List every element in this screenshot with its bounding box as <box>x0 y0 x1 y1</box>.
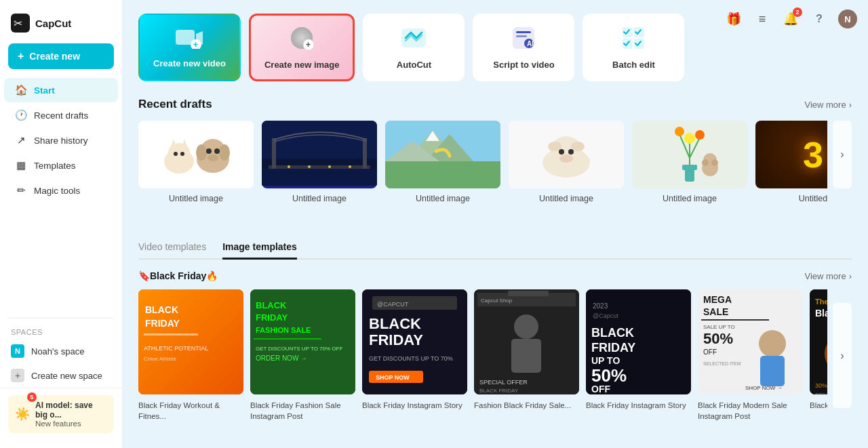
script-to-video-card[interactable]: AI Script to video <box>473 14 574 81</box>
svg-text:UP TO: UP TO <box>591 355 620 366</box>
svg-text:OFF: OFF <box>703 348 717 356</box>
svg-point-117 <box>759 330 786 357</box>
create-video-card[interactable]: + Create new video <box>138 14 241 81</box>
create-video-icon: + <box>176 27 203 52</box>
templates-next-button[interactable]: › <box>833 303 852 408</box>
sidebar-item-share-history[interactable]: ↗ Share history <box>4 128 118 152</box>
svg-point-29 <box>196 144 207 161</box>
create-image-card[interactable]: + Create new image <box>249 14 355 81</box>
svg-text:SELECTED ITEM: SELECTED ITEM <box>703 361 741 366</box>
drafts-next-button[interactable]: › <box>833 121 852 188</box>
templates-grid: BLACK FRIDAY ATHLETIC POTENTIAL Chloe At… <box>138 289 827 422</box>
svg-text:@CAPCUT: @CAPCUT <box>377 301 409 308</box>
template-thumb-2: BLACK FRIDAY FASHION SALE GET DISCOUNTS … <box>250 289 355 394</box>
svg-rect-37 <box>272 138 276 169</box>
draft-item-2[interactable]: Untitled image <box>262 121 377 203</box>
spaces-label: Spaces <box>0 324 122 339</box>
templates-icon: ▦ <box>15 159 27 171</box>
batch-icon <box>621 26 646 53</box>
draft-item-5[interactable]: Untitled image <box>632 121 747 203</box>
draft-thumb-2 <box>262 121 377 188</box>
svg-point-39 <box>288 165 290 168</box>
tab-video-templates[interactable]: Video templates <box>138 241 206 260</box>
template-item-1[interactable]: BLACK FRIDAY ATHLETIC POTENTIAL Chloe At… <box>138 289 243 422</box>
template-tag: 🔖Black Friday🔥 <box>138 270 218 281</box>
create-new-button[interactable]: + Create new <box>8 43 114 69</box>
template-thumb-1: BLACK FRIDAY ATHLETIC POTENTIAL Chloe At… <box>138 289 243 394</box>
template-thumb-5: 2023 @Capcut BLACK FRIDAY UP TO 50% OFF <box>586 289 691 394</box>
menu-icon[interactable]: ≡ <box>753 9 772 28</box>
svg-point-40 <box>308 165 311 168</box>
svg-text:ATHLETIC POTENTIAL: ATHLETIC POTENTIAL <box>144 345 208 352</box>
svg-text:MEGA: MEGA <box>703 294 732 305</box>
svg-text:AI: AI <box>527 40 534 47</box>
svg-point-42 <box>349 165 351 168</box>
recent-drafts-header: Recent drafts View more › <box>138 98 852 111</box>
sidebar-item-recent-drafts[interactable]: 🕐 Recent drafts <box>4 103 118 127</box>
svg-point-32 <box>214 148 220 154</box>
recent-drafts-title: Recent drafts <box>138 98 212 111</box>
help-icon[interactable]: ? <box>810 9 829 28</box>
svg-text:BLACK: BLACK <box>591 326 634 340</box>
sidebar-bottom: ☀️ AI model: save big o... New features … <box>0 388 122 440</box>
share-icon: ↗ <box>15 134 27 146</box>
templates-view-more[interactable]: View more › <box>804 271 852 281</box>
svg-rect-60 <box>682 165 697 170</box>
draft-thumb-1 <box>138 121 254 188</box>
add-space-icon: + <box>11 369 24 382</box>
svg-text:SALE UP TO: SALE UP TO <box>703 324 735 330</box>
user-avatar[interactable]: N <box>838 9 857 28</box>
svg-rect-13 <box>516 35 527 37</box>
autocut-card[interactable]: AutoCut <box>363 14 465 81</box>
template-item-2[interactable]: BLACK FRIDAY FASHION SALE GET DISCOUNTS … <box>250 289 355 422</box>
recent-drafts-view-more[interactable]: View more › <box>804 100 852 110</box>
svg-point-69 <box>702 159 709 166</box>
sidebar-divider <box>8 318 114 319</box>
draft-item-3[interactable]: Untitled image <box>385 121 500 203</box>
sidebar-item-templates[interactable]: ▦ Templates <box>4 153 118 178</box>
svg-text:BLACK: BLACK <box>145 304 178 315</box>
magic-icon: ✏ <box>15 184 27 197</box>
tab-image-templates[interactable]: Image templates <box>222 241 297 260</box>
svg-rect-36 <box>269 165 370 169</box>
create-space-item[interactable]: + Create new space <box>0 363 122 388</box>
script-icon: AI <box>511 26 536 53</box>
svg-text:SHOP NOW: SHOP NOW <box>376 374 410 381</box>
draft-item-1[interactable]: Untitled image <box>138 121 254 203</box>
svg-text:BLACK: BLACK <box>256 300 287 310</box>
svg-point-66 <box>695 130 705 140</box>
capcut-logo-icon: ✂ <box>11 14 30 33</box>
ai-notification[interactable]: ☀️ AI model: save big o... New features … <box>8 395 114 433</box>
gift-icon[interactable]: 🎁 <box>724 9 743 28</box>
draft-item-6[interactable]: 3 01:00 Untitled <box>755 121 827 203</box>
template-item-6[interactable]: MEGA SALE SALE UP TO 50% OFF SELECTED IT… <box>698 289 803 422</box>
svg-point-25 <box>174 152 178 156</box>
chevron-right-icon: › <box>849 100 852 110</box>
svg-text:ORDER NOW →: ORDER NOW → <box>256 354 307 362</box>
noahs-space-item[interactable]: N Noah's space <box>0 339 122 363</box>
svg-rect-75 <box>144 333 198 335</box>
draft-item-4[interactable]: Untitled image <box>509 121 624 203</box>
draft-thumb-6: 3 01:00 <box>755 121 827 188</box>
svg-rect-112 <box>701 319 769 321</box>
svg-point-97 <box>514 314 538 339</box>
template-item-7[interactable]: The Brew Coffee Black Friday 30% CASHBAC… <box>810 289 827 422</box>
svg-text:Capcut Shop: Capcut Shop <box>481 298 513 304</box>
bell-icon[interactable]: 🔔 2 <box>781 9 800 28</box>
template-thumb-4: Capcut Shop SPECIAL OFFER BLACK FRIDAY <box>474 289 579 394</box>
sidebar-item-magic-tools[interactable]: ✏ Magic tools <box>4 178 118 203</box>
batch-edit-card[interactable]: Batch edit <box>583 14 684 81</box>
sidebar-item-start[interactable]: 🏠 Start <box>4 78 118 102</box>
svg-rect-118 <box>760 356 785 386</box>
svg-text:50%: 50% <box>591 365 627 386</box>
svg-rect-12 <box>516 31 531 33</box>
svg-text:30% CASHBACK: 30% CASHBACK <box>815 382 827 389</box>
main-content: + Create new video + <box>122 0 868 448</box>
template-item-4[interactable]: Capcut Shop SPECIAL OFFER BLACK FRIDAY F… <box>474 289 579 422</box>
template-item-3[interactable]: @CAPCUT BLACK FRIDAY GET DISCOUNTS UP TO… <box>362 289 467 422</box>
svg-rect-98 <box>511 339 541 373</box>
svg-text:SPECIAL OFFER: SPECIAL OFFER <box>479 379 528 386</box>
svg-point-56 <box>568 149 574 155</box>
template-item-5[interactable]: 2023 @Capcut BLACK FRIDAY UP TO 50% OFF … <box>586 289 691 422</box>
ai-notif-content: AI model: save big o... New features <box>35 401 107 428</box>
